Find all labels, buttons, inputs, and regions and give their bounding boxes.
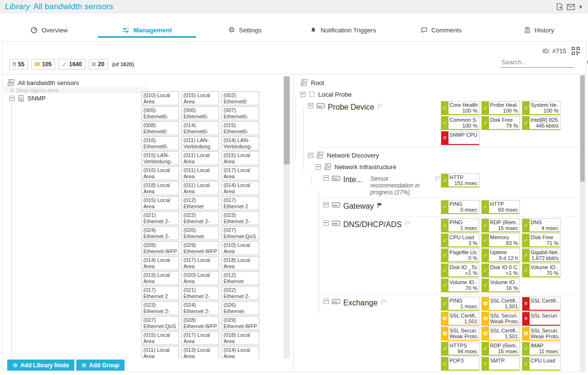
library-sensor-tile[interactable]: (017) Ethernet 2 Traffic xyxy=(222,196,259,210)
sensor-tile-intel-r-825[interactable]: ✓Intel[R] 825...445 kbit/s xyxy=(522,116,560,130)
library-sensor-tile[interactable]: (022) Ethernet 2-QoS Packet xyxy=(222,286,259,300)
left-scrollbar[interactable] xyxy=(283,76,290,359)
library-sensor-tile[interactable]: (017) Ethernet 2 Traffic xyxy=(141,286,179,300)
library-sensor-tile[interactable]: (026) Ethernet-Network xyxy=(222,301,259,315)
library-sensor-tile[interactable]: (011) Local Area xyxy=(182,181,219,195)
sensor-tile-volume-io[interactable]: ✓Volume IO ...70 % xyxy=(522,263,560,277)
library-sensor-tile[interactable]: (023) Ethernet 2-WFP 802.3 xyxy=(222,211,259,225)
device-row-exchange[interactable]: Exchange xyxy=(300,297,441,371)
library-sensor-tile[interactable]: (011) LAN-Verbindung xyxy=(182,136,219,150)
tab-notification-triggers[interactable]: Notification Triggers xyxy=(294,24,392,38)
caret-down-icon[interactable]: ▼ xyxy=(578,4,583,10)
library-sensor-tile[interactable]: (014) Local Area xyxy=(222,346,259,359)
sensor-tile-probe-heal[interactable]: ✓Probe Heal...100 % xyxy=(481,101,520,115)
library-sensor-tile[interactable]: (019) Local Area xyxy=(141,271,179,285)
library-sensor-tile[interactable]: (014) Ethernet0-WFP Native xyxy=(182,121,219,135)
library-node-snmp[interactable]: SNMP xyxy=(9,94,142,102)
sensor-tile-ping[interactable]: ✓PING1 msec xyxy=(441,297,479,311)
library-sensor-tile[interactable]: (017) Local Area xyxy=(182,331,219,345)
collapse-expander-icon[interactable] xyxy=(308,153,313,158)
library-sensor-tile[interactable]: (028) Ethernet-WFP 802.3 xyxy=(182,316,219,330)
sensor-tile-dns[interactable]: ✓DNS4 msec xyxy=(522,218,560,232)
device-row-dns-dhcp-ads[interactable]: DNS/DHCP/ADS xyxy=(300,218,441,292)
library-sensor-tile[interactable]: (024) Ethernet 2-WFP Native xyxy=(182,301,219,315)
sensor-tile-system-he[interactable]: ✓System He...100 % xyxy=(522,101,560,115)
library-sensor-tile[interactable]: (010) Local Area xyxy=(222,241,259,255)
sensor-tile-ping[interactable]: ✓PING1 msec xyxy=(441,218,479,232)
library-sensor-tile[interactable]: (022) Ethernet 2-QoS Packet xyxy=(182,211,219,225)
collapse-expander-icon[interactable] xyxy=(323,220,329,226)
group-row-network-discovery[interactable]: Network Discovery xyxy=(308,149,586,161)
status-count-up[interactable]: ✓1640 xyxy=(58,59,85,70)
device-row-gateway[interactable]: Gateway xyxy=(300,200,441,214)
collapse-expander-icon[interactable] xyxy=(323,299,329,304)
sensor-tile-ssl-certifi[interactable]: !!SSL Certifi... xyxy=(522,297,560,311)
library-sensor-tile[interactable]: (006) Ethernet0-QoS Packet xyxy=(182,106,219,120)
sensor-tile-http[interactable]: ✓HTTP93 msec xyxy=(481,200,520,214)
drop-target-hint[interactable]: Drop objects here xyxy=(4,87,148,94)
library-sensor-tile[interactable]: (029) Ethernet-WFP Native xyxy=(222,316,259,330)
add-library-node-button[interactable]: ⊕ Add Library Node xyxy=(7,360,74,371)
library-sensor-tile[interactable]: (018) Local Area xyxy=(141,181,179,195)
sensor-tile-ssl-securi[interactable]: WSSL Securi...Weak Proto... xyxy=(481,312,520,326)
sensor-tile-pop3[interactable]: ✓POP3 xyxy=(441,357,479,371)
sensor-tile-ping[interactable]: ✓PING0 msec xyxy=(441,200,479,214)
status-count-down[interactable]: !!55 xyxy=(9,59,28,70)
tab-history[interactable]: History xyxy=(490,24,588,38)
library-sensor-tile[interactable]: (011) Local Area xyxy=(182,166,219,180)
library-sensor-tile[interactable]: (011) Local Area xyxy=(182,151,219,165)
library-sensor-tile[interactable]: (016) Local Area xyxy=(141,166,179,180)
library-sensor-tile[interactable]: (021) Ethernet 2-Network xyxy=(182,286,219,300)
sensor-tile-ssl-certifi[interactable]: WSSL Certifi...1,501 xyxy=(481,327,520,341)
right-scrollbar-thumb[interactable] xyxy=(580,75,585,182)
library-sensor-tile[interactable]: (026) Ethernet-Network xyxy=(182,226,219,240)
sensor-tile-ssl-certifi[interactable]: WSSL Certifi...1,501 xyxy=(481,297,520,311)
sensor-tile-cpu-load[interactable]: ✓CPU Load xyxy=(522,357,560,371)
library-sensor-tile[interactable]: (015) Local Area xyxy=(141,196,179,210)
library-sensor-tile[interactable]: (029) Ethernet-WFP Native xyxy=(182,241,219,255)
library-sensor-tile[interactable]: (010) Local Area xyxy=(141,91,179,105)
collapse-expander-icon[interactable] xyxy=(323,175,329,181)
library-sensor-tile[interactable]: (002) Ethernet0 Traffic xyxy=(222,91,259,105)
right-scrollbar[interactable] xyxy=(580,75,585,372)
library-sensor-tile[interactable]: (027) Ethernet-QoS Packet xyxy=(141,316,179,330)
library-sensor-tile[interactable]: (027) Ethernet-QoS Packet xyxy=(222,226,259,240)
sensor-tile-ssl-securi[interactable]: WSSL Securi...Weak Proto... xyxy=(522,327,560,341)
sensor-tile-https[interactable]: ✓HTTPS94 msec xyxy=(441,342,479,356)
tab-overview[interactable]: Overview xyxy=(0,24,98,38)
library-root-node[interactable]: All bandwidth sensors xyxy=(7,78,142,87)
library-sensor-tile[interactable]: (015) Local Area xyxy=(182,91,219,105)
sensor-tile-snmp-cpu[interactable]: !!SNMP CPU... xyxy=(441,131,479,145)
library-sensor-tile[interactable]: (017) Local Area xyxy=(182,256,219,270)
sensor-tile-disk-free[interactable]: ✓Disk Free79 % xyxy=(481,116,520,130)
sensor-tile-disk-io-0-c[interactable]: ✓Disk IO 0 C:<1 % xyxy=(481,263,520,277)
sensor-tile-smtp[interactable]: ✓SMTP xyxy=(481,357,520,371)
sensor-tile-disk-free[interactable]: ✓Disk Free71 % xyxy=(522,233,560,247)
qr-code-icon[interactable] xyxy=(572,47,580,55)
library-sensor-tile[interactable]: (011) Local Area xyxy=(141,346,179,359)
sensor-tile-ssl-securi[interactable]: WSSL Securi...Weak Proto... xyxy=(441,327,479,341)
sensor-tile-http[interactable]: ✓HTTP151 msec xyxy=(441,173,479,188)
library-sensor-tile[interactable]: (013) Local Area xyxy=(182,346,219,359)
sensor-tile-volume-io[interactable]: ✓Volume IO ...70 % xyxy=(441,278,479,292)
add-group-button[interactable]: ⊕ Add Group xyxy=(76,360,125,371)
group-row-network-infrastructure[interactable]: Network Infrastructure xyxy=(316,161,586,173)
library-sensor-tile[interactable]: (014) Local Area xyxy=(222,181,259,195)
library-sensor-tile[interactable]: (015) Local Area xyxy=(222,151,259,165)
sensor-tile-common-s[interactable]: ✓Common S...100 % xyxy=(441,116,479,130)
library-sensor-tile[interactable]: (018) Local Area xyxy=(222,256,259,270)
root-row-root[interactable]: Root xyxy=(300,77,586,88)
library-sensor-tile[interactable]: (005) Ethernet0-WFP Native xyxy=(141,106,179,120)
sensor-tile-pagefile-us[interactable]: ✓Pagefile Us...0 % xyxy=(441,248,479,262)
library-sensor-tile[interactable]: (020) Local Area xyxy=(182,271,219,285)
collapse-expander-icon[interactable] xyxy=(9,96,14,101)
library-sensor-tile[interactable]: (018) Local Area xyxy=(222,331,259,345)
collapse-expander-icon[interactable] xyxy=(300,92,306,97)
sensor-tile-core-health[interactable]: ✓Core Health100 % xyxy=(441,101,479,115)
collapse-expander-icon[interactable] xyxy=(308,103,313,108)
left-scrollbar-thumb[interactable] xyxy=(284,76,290,164)
library-sensor-tile[interactable]: (007) Ethernet0-WFP 802.3 xyxy=(222,106,259,120)
search-input[interactable] xyxy=(501,58,587,67)
sensor-tile-ssl-securi[interactable]: !!SSL Securi... xyxy=(522,312,560,326)
library-sensor-tile[interactable]: (014) Local Area xyxy=(141,256,179,270)
